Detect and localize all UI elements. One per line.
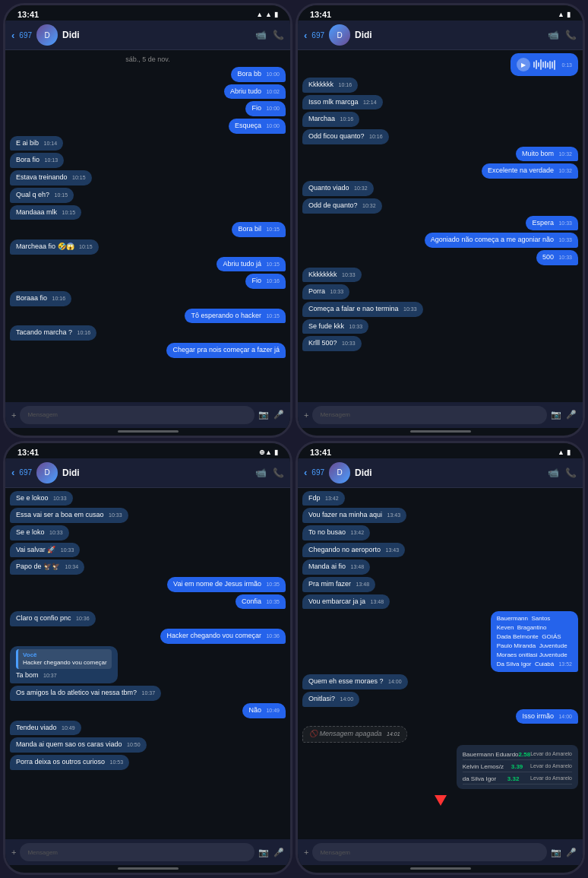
signal-icon-3: ⊕▲ [259,449,272,456]
msg-sent: Vai em nome de Jesus irmão 10:35 [167,577,286,592]
header-icons-2: 📹 📞 [548,30,577,40]
red-arrow-indicator [435,795,447,806]
msg-received: Essa vai ser a boa em cusao 10:33 [10,508,128,523]
camera-icon[interactable]: 📷 [258,410,269,420]
msg-received: Fdp 13:42 [302,491,345,506]
msg-received: Mandaaa mlk 10:15 [10,205,81,220]
quoted-msg-container: Você Hacker chegando vou começar Ta bom … [10,646,118,683]
msg-received: Qual q eh? 10:15 [10,188,74,203]
home-indicator-1 [118,430,179,433]
odds-2: 3.39 [511,763,523,770]
video-icon-1[interactable]: 📹 [255,30,267,40]
camera-icon-2[interactable]: 📷 [551,410,561,420]
call-icon-1[interactable]: 📞 [273,30,284,40]
msg-received: Manda ai quem sao os caras viado 10:50 [10,737,147,753]
contact-name-2: Didi [355,30,543,40]
mic-icon-2[interactable]: 🎤 [566,410,577,420]
bet-type-1: Levar do Amarelo [530,751,572,758]
contact-count-4: 697 [311,468,324,477]
avatar-3: D [36,462,58,483]
contact-name-4: Didi [355,468,543,478]
signal-icon-1: ▲ [256,11,263,18]
avatar-2: D [329,24,350,46]
camera-icon-4[interactable]: 📷 [551,848,561,857]
camera-icon-3[interactable]: 📷 [258,848,269,857]
roster-row-2: Kelvin Lemos/z 3.39 Levar do Amarelo [463,762,572,772]
chat-header-3: ‹ 697 D Didi 📹 📞 [5,458,290,488]
msg-received: Bora fio 10:13 [10,153,64,168]
status-icons-2: ▲ ▮ [558,11,571,18]
chat-body-3: Se e lokoo 10:33 Essa vai ser a boa em c… [5,488,290,840]
msg-received: Kkkkkkkk 10:33 [302,268,362,283]
msg-sent: Fio 10:00 [245,101,286,116]
msg-sent: Esqueça 10:00 [229,119,286,134]
back-button-1[interactable]: ‹ [11,30,14,41]
msg-received: Chegando no aeroporto 13:43 [302,543,405,558]
chat-body-2: ▶ 0:13 Kkkkkkk 10:16 Isso mlk marcga 12:… [298,50,583,402]
roster-card: Bauermann Eduardo 2.58 Levar do Amarelo … [457,745,578,789]
chat-input-bar-1: + Mensagem 📷 🎤 [5,402,290,428]
back-button-3[interactable]: ‹ [11,467,14,478]
status-bar-3: 13:41 ⊕▲ ▮ [5,443,290,458]
chat-input-4[interactable]: Mensagem [312,843,547,861]
add-icon-4[interactable]: + [304,848,308,857]
mic-icon-4[interactable]: 🎤 [566,848,577,857]
contact-count-1: 697 [19,31,32,40]
status-time-3: 13:41 [17,448,39,457]
input-action-icons-3: 📷 🎤 [258,848,284,857]
wifi-icon-1: ▲ [265,11,272,18]
msg-received: Marchaa 10:16 [302,112,359,127]
emoji-icon-1[interactable]: + [11,410,16,420]
add-icon-2[interactable]: + [304,410,308,420]
back-button-4[interactable]: ‹ [304,467,307,478]
chat-input-bar-3: + Mensagem 📷 🎤 [5,839,290,865]
call-icon-3[interactable]: 📞 [273,468,284,478]
msg-received: Vou fazer na minha aqui 13:43 [302,508,406,523]
player-name-2: Kelvin Lemos/z [463,763,504,770]
contact-count-2: 697 [311,31,324,40]
mic-icon[interactable]: 🎤 [273,410,284,420]
msg-sent: Fio 10:16 [245,274,286,289]
reply-text: Ta bom 10:37 [16,671,112,680]
status-icons-4: ▲ ▮ [558,449,571,456]
msg-received: E ai bib 10:14 [10,136,63,151]
chat-input-1[interactable]: Mensagem [20,406,254,424]
call-icon-4[interactable]: 📞 [565,468,577,478]
audio-message[interactable]: ▶ 0:13 [511,53,578,76]
status-icons-3: ⊕▲ ▮ [259,449,278,456]
signal-icon-4: ▲ [558,449,564,456]
msg-sent: 500 10:33 [536,250,578,265]
call-icon-2[interactable]: 📞 [565,30,577,40]
roster-row-1: Bauermann Eduardo 2.58 Levar do Amarelo [463,750,572,760]
mic-icon-3[interactable]: 🎤 [273,848,284,857]
chat-header-1: ‹ 697 D Didi 📹 📞 [5,21,290,50]
chat-input-2[interactable]: Mensagem [312,406,547,424]
chat-body-1: sáb., 5 de nov. Bora bb 10:00 Abriu tudo… [5,50,290,402]
msg-received: Claro q confio pnc 10:36 [10,611,96,626]
play-button[interactable]: ▶ [517,58,530,71]
back-button-2[interactable]: ‹ [304,30,307,41]
odds-1: 2.58 [519,751,531,758]
add-icon-3[interactable]: + [11,848,16,857]
msg-received: Isso mlk marcga 12:14 [302,95,383,110]
chat-input-3[interactable]: Mensagem [20,843,254,861]
video-icon-2[interactable]: 📹 [548,30,559,40]
status-time-4: 13:41 [310,448,331,457]
video-icon-3[interactable]: 📹 [255,468,267,478]
msg-sent: Abriu tudo já 10:15 [217,257,286,272]
phone-panel-2: 13:41 ▲ ▮ ‹ 697 D Didi 📹 📞 ▶ 0:13 Kkkkkk… [296,3,585,438]
video-icon-4[interactable]: 📹 [548,468,559,478]
quoted-message: Você Hacker chegando vou começar [16,649,112,670]
roster-row-3: da Silva Igor 3.32 Levar do Amarelo [463,774,572,784]
input-action-icons-1: 📷 🎤 [258,410,284,420]
msg-received: Porra 10:33 [302,284,349,300]
msg-received: Porra deixa os outros curioso 10:53 [10,755,129,770]
msg-received: Odd de quanto? 10:32 [302,198,382,214]
header-icons-3: 📹 📞 [255,468,284,478]
msg-received: Se e loko 10:33 [10,525,69,540]
battery-icon-4: ▮ [567,449,571,456]
msg-sent: Tô esperando o hacker 10:15 [185,309,286,324]
contact-count-3: 697 [19,468,32,477]
battery-icon-3: ▮ [274,449,278,456]
msg-received: Odd ficou quanto? 10:16 [302,129,389,144]
